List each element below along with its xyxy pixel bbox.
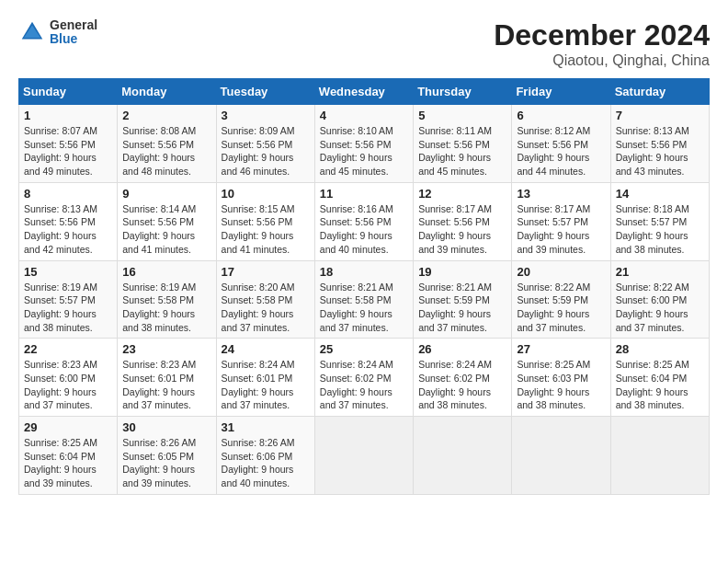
calendar-cell: 16Sunrise: 8:19 AMSunset: 5:58 PMDayligh… <box>118 260 216 339</box>
calendar-cell: 10Sunrise: 8:15 AMSunset: 5:56 PMDayligh… <box>216 182 314 260</box>
calendar-cell: 23Sunrise: 8:23 AMSunset: 6:01 PMDayligh… <box>118 339 216 417</box>
page-subtitle: Qiaotou, Qinghai, China <box>494 52 710 69</box>
calendar-cell: 21Sunrise: 8:22 AMSunset: 6:00 PMDayligh… <box>610 260 709 339</box>
day-header-tuesday: Tuesday <box>216 79 314 105</box>
calendar-cell <box>512 417 610 495</box>
day-info: Sunrise: 8:17 AMSunset: 5:57 PMDaylight:… <box>517 202 605 257</box>
day-info: Sunrise: 8:25 AMSunset: 6:04 PMDaylight:… <box>616 358 704 412</box>
day-number: 16 <box>122 265 210 279</box>
day-info: Sunrise: 8:26 AMSunset: 6:05 PMDaylight:… <box>122 436 210 490</box>
day-info: Sunrise: 8:14 AMSunset: 5:56 PMDaylight:… <box>122 202 210 257</box>
day-info: Sunrise: 8:21 AMSunset: 5:59 PMDaylight:… <box>418 281 506 335</box>
day-number: 30 <box>122 420 210 434</box>
day-info: Sunrise: 8:25 AMSunset: 6:03 PMDaylight:… <box>517 358 605 412</box>
day-info: Sunrise: 8:19 AMSunset: 5:58 PMDaylight:… <box>122 281 210 335</box>
calendar-cell: 19Sunrise: 8:21 AMSunset: 5:59 PMDayligh… <box>414 260 512 339</box>
day-number: 23 <box>122 342 210 356</box>
day-number: 12 <box>418 187 506 201</box>
calendar-cell: 15Sunrise: 8:19 AMSunset: 5:57 PMDayligh… <box>19 260 118 339</box>
day-number: 1 <box>24 109 112 122</box>
day-number: 25 <box>320 342 408 356</box>
day-info: Sunrise: 8:07 AMSunset: 5:56 PMDaylight:… <box>24 124 112 178</box>
day-header-sunday: Sunday <box>19 79 118 105</box>
calendar-table: SundayMondayTuesdayWednesdayThursdayFrid… <box>18 78 710 495</box>
day-header-monday: Monday <box>118 79 216 105</box>
calendar-cell: 30Sunrise: 8:26 AMSunset: 6:05 PMDayligh… <box>118 417 216 495</box>
calendar-cell: 12Sunrise: 8:17 AMSunset: 5:56 PMDayligh… <box>414 182 512 260</box>
day-info: Sunrise: 8:24 AMSunset: 6:02 PMDaylight:… <box>320 358 408 412</box>
day-info: Sunrise: 8:13 AMSunset: 5:56 PMDaylight:… <box>616 124 704 178</box>
calendar-cell: 14Sunrise: 8:18 AMSunset: 5:57 PMDayligh… <box>610 182 709 260</box>
calendar-week-3: 15Sunrise: 8:19 AMSunset: 5:57 PMDayligh… <box>19 260 710 339</box>
calendar-cell: 13Sunrise: 8:17 AMSunset: 5:57 PMDayligh… <box>512 182 610 260</box>
day-number: 17 <box>222 265 310 279</box>
day-number: 5 <box>418 109 506 122</box>
calendar-cell: 8Sunrise: 8:13 AMSunset: 5:56 PMDaylight… <box>19 182 118 260</box>
calendar-cell: 25Sunrise: 8:24 AMSunset: 6:02 PMDayligh… <box>314 339 413 417</box>
day-number: 13 <box>517 187 605 201</box>
day-number: 24 <box>222 342 310 356</box>
day-number: 2 <box>122 109 210 122</box>
day-number: 4 <box>320 109 408 122</box>
day-info: Sunrise: 8:09 AMSunset: 5:56 PMDaylight:… <box>222 124 310 178</box>
day-number: 11 <box>320 187 408 201</box>
day-info: Sunrise: 8:13 AMSunset: 5:56 PMDaylight:… <box>24 202 112 257</box>
calendar-cell: 18Sunrise: 8:21 AMSunset: 5:58 PMDayligh… <box>314 260 413 339</box>
day-number: 28 <box>616 342 704 356</box>
day-number: 26 <box>418 342 506 356</box>
calendar-cell: 3Sunrise: 8:09 AMSunset: 5:56 PMDaylight… <box>216 105 314 183</box>
page-title: December 2024 <box>494 18 710 52</box>
calendar-cell: 24Sunrise: 8:24 AMSunset: 6:01 PMDayligh… <box>216 339 314 417</box>
day-info: Sunrise: 8:24 AMSunset: 6:02 PMDaylight:… <box>418 358 506 412</box>
day-number: 27 <box>517 342 605 356</box>
day-number: 22 <box>24 342 112 356</box>
calendar-cell <box>314 417 413 495</box>
day-number: 18 <box>320 265 408 279</box>
calendar-cell: 6Sunrise: 8:12 AMSunset: 5:56 PMDaylight… <box>512 105 610 183</box>
day-info: Sunrise: 8:22 AMSunset: 5:59 PMDaylight:… <box>517 281 605 335</box>
logo-icon <box>18 18 46 46</box>
calendar-cell: 11Sunrise: 8:16 AMSunset: 5:56 PMDayligh… <box>314 182 413 260</box>
calendar-week-2: 8Sunrise: 8:13 AMSunset: 5:56 PMDaylight… <box>19 182 710 260</box>
logo: General Blue <box>18 18 97 47</box>
calendar-week-5: 29Sunrise: 8:25 AMSunset: 6:04 PMDayligh… <box>19 417 710 495</box>
calendar-cell: 22Sunrise: 8:23 AMSunset: 6:00 PMDayligh… <box>19 339 118 417</box>
calendar-cell <box>610 417 709 495</box>
day-number: 21 <box>616 265 704 279</box>
day-info: Sunrise: 8:23 AMSunset: 6:01 PMDaylight:… <box>122 358 210 412</box>
day-info: Sunrise: 8:24 AMSunset: 6:01 PMDaylight:… <box>222 358 310 412</box>
calendar-cell: 1Sunrise: 8:07 AMSunset: 5:56 PMDaylight… <box>19 105 118 183</box>
logo-text: General Blue <box>50 18 97 47</box>
day-header-saturday: Saturday <box>610 79 709 105</box>
calendar-week-4: 22Sunrise: 8:23 AMSunset: 6:00 PMDayligh… <box>19 339 710 417</box>
day-number: 8 <box>24 187 112 201</box>
day-info: Sunrise: 8:21 AMSunset: 5:58 PMDaylight:… <box>320 281 408 335</box>
day-number: 14 <box>616 187 704 201</box>
day-info: Sunrise: 8:20 AMSunset: 5:58 PMDaylight:… <box>222 281 310 335</box>
day-header-wednesday: Wednesday <box>314 79 413 105</box>
calendar-cell: 31Sunrise: 8:26 AMSunset: 6:06 PMDayligh… <box>216 417 314 495</box>
calendar-header-row: SundayMondayTuesdayWednesdayThursdayFrid… <box>19 79 710 105</box>
day-number: 20 <box>517 265 605 279</box>
day-info: Sunrise: 8:18 AMSunset: 5:57 PMDaylight:… <box>616 202 704 257</box>
logo-general: General <box>50 18 97 32</box>
calendar-cell: 29Sunrise: 8:25 AMSunset: 6:04 PMDayligh… <box>19 417 118 495</box>
day-header-friday: Friday <box>512 79 610 105</box>
calendar-cell: 27Sunrise: 8:25 AMSunset: 6:03 PMDayligh… <box>512 339 610 417</box>
calendar-cell: 5Sunrise: 8:11 AMSunset: 5:56 PMDaylight… <box>414 105 512 183</box>
calendar-cell: 4Sunrise: 8:10 AMSunset: 5:56 PMDaylight… <box>314 105 413 183</box>
calendar-cell: 2Sunrise: 8:08 AMSunset: 5:56 PMDaylight… <box>118 105 216 183</box>
day-info: Sunrise: 8:08 AMSunset: 5:56 PMDaylight:… <box>122 124 210 178</box>
day-number: 9 <box>122 187 210 201</box>
page-header: General Blue December 2024 Qiaotou, Qing… <box>18 18 710 69</box>
day-number: 31 <box>222 420 310 434</box>
day-number: 19 <box>418 265 506 279</box>
calendar-cell <box>414 417 512 495</box>
day-info: Sunrise: 8:10 AMSunset: 5:56 PMDaylight:… <box>320 124 408 178</box>
calendar-week-1: 1Sunrise: 8:07 AMSunset: 5:56 PMDaylight… <box>19 105 710 183</box>
day-info: Sunrise: 8:22 AMSunset: 6:00 PMDaylight:… <box>616 281 704 335</box>
day-info: Sunrise: 8:11 AMSunset: 5:56 PMDaylight:… <box>418 124 506 178</box>
calendar-cell: 20Sunrise: 8:22 AMSunset: 5:59 PMDayligh… <box>512 260 610 339</box>
day-info: Sunrise: 8:23 AMSunset: 6:00 PMDaylight:… <box>24 358 112 412</box>
day-number: 29 <box>24 420 112 434</box>
